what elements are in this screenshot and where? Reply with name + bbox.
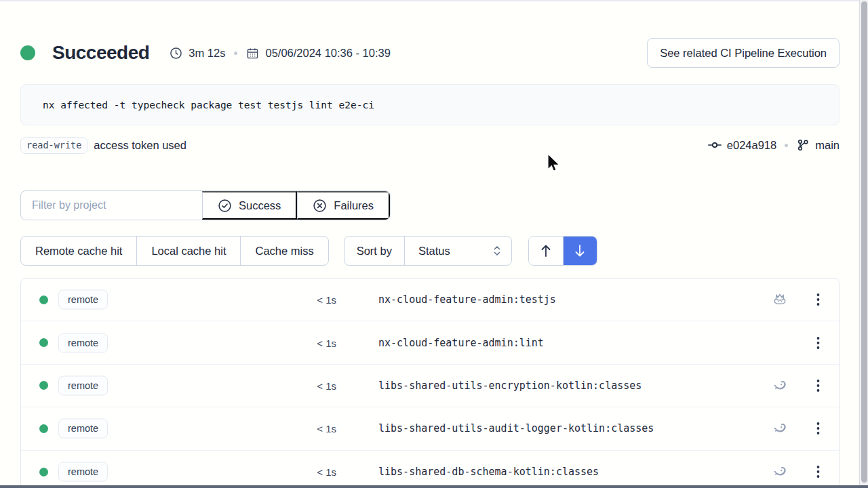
related-pipeline-button[interactable]: See related CI Pipeline Execution: [647, 38, 840, 68]
task-name: libs-shared-utils-encryption-kotlin:clas…: [378, 380, 642, 392]
filter-failures-button[interactable]: Failures: [297, 191, 390, 220]
check-circle-icon: [218, 199, 232, 213]
clock-icon: [170, 47, 182, 60]
cache-source-badge: remote: [58, 290, 108, 310]
task-row[interactable]: remote < 1s nx-cloud-feature-admin:testj…: [21, 279, 839, 321]
kebab-menu-icon: [816, 465, 820, 479]
task-row[interactable]: remote < 1s libs-shared-utils-encryption…: [21, 365, 839, 407]
tool-icon-slot: [770, 462, 789, 481]
task-status-dot: [39, 381, 48, 390]
vertical-scrollbar[interactable]: [859, 0, 868, 488]
row-menu-button[interactable]: [808, 375, 828, 396]
cache-source-badge: remote: [58, 419, 108, 439]
local-cache-hit-button[interactable]: Local cache hit: [136, 237, 240, 265]
task-name: libs-shared-utils-audit-logger-kotlin:cl…: [378, 422, 654, 434]
cache-source-badge: remote: [58, 333, 108, 352]
filter-failures-label: Failures: [334, 199, 374, 212]
vcs-info: e024a918 main: [708, 138, 840, 152]
tool-icon-slot: [770, 333, 789, 352]
task-name: nx-cloud-feature-admin:lint: [378, 337, 544, 349]
token-scope-badge: read-write: [20, 137, 87, 154]
run-header: Succeeded 3m 12s 05/06/2024 10:36 - 10:3…: [20, 37, 840, 68]
branch-icon: [796, 138, 810, 152]
task-row[interactable]: remote < 1s nx-cloud-feature-admin:lint: [21, 321, 839, 364]
duration-meta: 3m 12s 05/06/2024 10:36 - 10:39: [170, 47, 391, 60]
command-text: nx affected -t typecheck package test te…: [43, 100, 374, 110]
scrollbar-thumb[interactable]: [861, 1, 867, 483]
cache-filter-group: Remote cache hit Local cache hit Cache m…: [20, 236, 329, 266]
calendar-icon: [246, 47, 259, 60]
task-duration: < 1s: [289, 294, 336, 306]
filter-bar: Success Failures: [20, 190, 391, 220]
tool-icon-slot: [770, 419, 789, 438]
task-name: nx-cloud-feature-admin:testjs: [378, 293, 556, 306]
filter-success-label: Success: [239, 199, 281, 212]
row-menu-button[interactable]: [808, 289, 828, 310]
task-duration: < 1s: [289, 380, 336, 391]
task-status-dot: [39, 468, 48, 476]
top-divider: [0, 0, 868, 1]
task-status-dot: [39, 424, 48, 433]
task-name: libs-shared-db-schema-kotlin:classes: [378, 466, 599, 478]
sort-by-label: Sort by: [344, 237, 404, 265]
gradle-icon: [771, 463, 789, 481]
run-status-title: Succeeded: [52, 42, 149, 64]
kebab-menu-icon: [816, 293, 820, 306]
date-range-value: 05/06/2024 10:36 - 10:39: [265, 47, 390, 60]
sort-ascending-button[interactable]: [529, 237, 563, 265]
task-status-dot: [39, 338, 48, 347]
task-duration: < 1s: [289, 466, 336, 478]
task-duration: < 1s: [289, 423, 336, 434]
gradle-icon: [771, 420, 789, 437]
arrow-down-icon: [573, 243, 587, 258]
toolbar: Remote cache hit Local cache hit Cache m…: [20, 236, 840, 266]
row-menu-button[interactable]: [808, 418, 828, 439]
arrow-up-icon: [539, 243, 553, 258]
branch-name[interactable]: main: [815, 139, 840, 152]
filter-success-button[interactable]: Success: [202, 191, 297, 220]
token-row: read-write access token used e024a918 ma…: [20, 134, 840, 156]
filter-project-input[interactable]: [21, 191, 202, 220]
mouse-cursor: [547, 153, 563, 174]
tool-icon-slot: [770, 290, 789, 309]
cache-source-badge: remote: [58, 375, 108, 395]
chevron-updown-icon: [492, 245, 502, 257]
gradle-icon: [771, 377, 789, 394]
row-menu-button[interactable]: [808, 462, 828, 482]
row-menu-button[interactable]: [808, 333, 828, 353]
task-status-dot: [39, 296, 48, 304]
task-list: remote < 1s nx-cloud-feature-admin:testj…: [20, 278, 840, 488]
cache-source-badge: remote: [58, 462, 108, 482]
sort-group: Sort by Status: [344, 236, 512, 266]
dot-separator: [234, 52, 237, 55]
tool-icon-slot: [770, 376, 789, 395]
jest-icon: [771, 291, 789, 308]
token-text: access token used: [94, 139, 186, 152]
cache-miss-button[interactable]: Cache miss: [240, 237, 328, 265]
task-row[interactable]: remote < 1s libs-shared-db-schema-kotlin…: [21, 451, 839, 488]
sort-descending-button[interactable]: [563, 237, 597, 265]
window-bottom-edge: [0, 485, 868, 488]
duration-value: 3m 12s: [189, 47, 225, 60]
commit-hash[interactable]: e024a918: [727, 139, 776, 152]
task-row[interactable]: remote < 1s libs-shared-utils-audit-logg…: [21, 407, 839, 450]
dot-separator: [785, 144, 788, 147]
command-box: nx affected -t typecheck package test te…: [20, 84, 840, 125]
x-circle-icon: [313, 199, 327, 213]
kebab-menu-icon: [816, 379, 820, 392]
sort-direction-group: [528, 236, 597, 266]
kebab-menu-icon: [816, 422, 820, 435]
task-duration: < 1s: [289, 337, 336, 348]
commit-icon: [708, 138, 722, 152]
kebab-menu-icon: [816, 336, 820, 350]
status-dot: [20, 45, 35, 60]
remote-cache-hit-button[interactable]: Remote cache hit: [21, 237, 136, 265]
sort-field-select[interactable]: Status: [404, 237, 511, 265]
sort-field-value: Status: [418, 245, 450, 258]
